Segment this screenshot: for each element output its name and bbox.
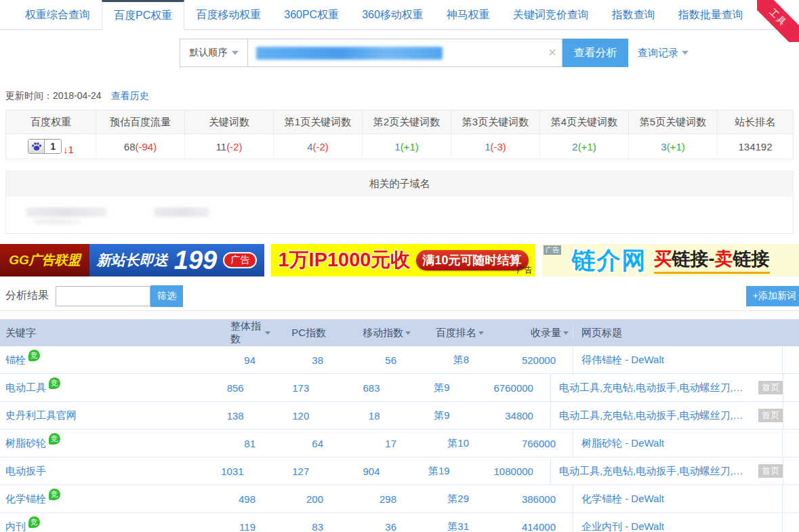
view-history-link[interactable]: 查看历史: [111, 90, 149, 102]
analyze-button[interactable]: 查看分析: [562, 39, 628, 67]
pc-index-cell: 38: [274, 346, 342, 373]
baidu-rank-cell: 第9: [397, 402, 469, 429]
tab-0[interactable]: 权重综合查询: [14, 0, 102, 29]
weight-value: 2: [572, 141, 577, 152]
mobile-index-cell: 36: [342, 513, 413, 532]
weight-value: 3: [661, 141, 666, 152]
weight-cell-0: 68(-94): [96, 134, 185, 159]
row-end-cell: [783, 457, 799, 485]
ad-link-brand: 链介网: [572, 245, 647, 277]
subdomain-redacted-1[interactable]: [26, 207, 106, 217]
page-title-cell: 电动工具,充电钻,电动扳手,电动螺丝刀,手电...首页: [550, 374, 783, 401]
subdomain-redacted-2[interactable]: [154, 207, 209, 217]
keyword-cell: 树脂砂轮竞: [0, 430, 230, 457]
tab-8[interactable]: 指数批量查询: [667, 0, 755, 29]
weight-change: (-94): [136, 141, 157, 152]
keyword-header-4[interactable]: 百度排名: [413, 327, 488, 340]
keyword-link[interactable]: 电动工具: [5, 382, 46, 394]
overall-index-cell: 119: [230, 513, 274, 532]
search-bar: 默认顺序 × 查看分析 查询记录: [180, 39, 799, 67]
analysis-filter-row: 分析结果 筛选 +添加新词: [0, 285, 799, 311]
search-input[interactable]: ×: [247, 39, 562, 67]
page-title-link[interactable]: 电动工具,充电钻,电动扳手,电动螺丝刀,手电...: [559, 409, 753, 422]
weight-header-0: 百度权重: [6, 110, 96, 134]
sort-arrow-icon: [405, 331, 411, 335]
row-end-cell: [782, 513, 799, 532]
weight-cell-4: 1(-3): [451, 134, 540, 159]
overall-index-cell: 856: [220, 374, 262, 401]
page-title-link[interactable]: 电动工具,充电钻,电动扳手,电动螺丝刀,手电...: [559, 382, 753, 394]
keyword-row-4: 电动扳手1031127904第191080000电动工具,充电钻,电动扳手,电动…: [0, 457, 799, 485]
corner-ribbon[interactable]: 工具: [757, 0, 799, 42]
keyword-link[interactable]: 化学锚栓: [5, 493, 46, 506]
page-title-link[interactable]: 得伟锚栓 - DeWalt: [581, 354, 664, 367]
bid-badge-icon: 竞: [49, 489, 60, 500]
pc-index-cell: 83: [274, 513, 342, 532]
ad-banner-link[interactable]: 广告 链介网 买链接-卖链接: [542, 244, 799, 277]
pc-index-cell: 127: [263, 457, 329, 485]
ad-gg-brand: GG广告联盟: [0, 244, 89, 277]
chevron-down-icon: [232, 51, 239, 55]
baidu-rank-cell: 第31: [413, 513, 488, 532]
tab-5[interactable]: 神马权重: [435, 0, 501, 29]
filter-button[interactable]: 筛选: [150, 285, 183, 307]
weight-header-6: 第4页关键词数: [540, 110, 629, 134]
overall-index-cell: 94: [230, 346, 274, 373]
keyword-header-6: 网页标题: [573, 327, 782, 340]
ad-banner-row: GG广告联盟 新站长即送 199 广告 1万IP1000元收 满10元可随时结算…: [0, 244, 799, 277]
keyword-cell: 电动扳手: [0, 457, 220, 485]
keyword-header-3[interactable]: 移动指数: [342, 327, 413, 340]
weight-table-header-row: 百度权重预估百度流量关键词数第1页关键词数第2页关键词数第3页关键词数第4页关键…: [6, 110, 793, 134]
chevron-down-icon: [682, 51, 689, 55]
overall-index-cell: 81: [230, 430, 274, 457]
page-title-link[interactable]: 化学锚栓 - DeWalt: [581, 493, 664, 506]
ad-ip-text: 1万IP1000元收: [278, 247, 410, 274]
add-keyword-button[interactable]: +添加新词: [746, 286, 799, 306]
weight-table: 百度权重预估百度流量关键词数第1页关键词数第2页关键词数第3页关键词数第4页关键…: [5, 110, 794, 159]
weight-value: 1: [485, 141, 490, 152]
bid-badge-icon: 竞: [49, 377, 60, 389]
keyword-header-5[interactable]: 收录量: [488, 327, 573, 340]
query-history-link[interactable]: 查询记录: [638, 39, 689, 67]
keyword-header-1[interactable]: 整体指数: [230, 320, 274, 346]
page-title-link[interactable]: 电动工具,充电钻,电动扳手,电动螺丝刀,手电...: [559, 465, 753, 478]
tab-4[interactable]: 360移动权重: [350, 0, 435, 29]
baidu-rank-cell: 第10: [413, 430, 488, 457]
collected-cell: 520000: [488, 346, 573, 373]
bid-badge-icon: 竞: [49, 433, 60, 445]
mobile-index-cell: 298: [342, 485, 413, 512]
row-end-cell: [782, 430, 799, 457]
keyword-link[interactable]: 树脂砂轮: [5, 437, 46, 450]
homepage-badge: 首页: [758, 381, 783, 394]
clear-icon[interactable]: ×: [548, 45, 556, 60]
keyword-table-header: 关键字整体指数PC指数移动指数百度排名收录量网页标题: [0, 319, 799, 346]
page-title-cell: 树脂砂轮 - DeWalt: [573, 430, 782, 457]
keyword-link[interactable]: 史丹利工具官网: [5, 409, 77, 422]
keyword-cell: 锚栓竞: [0, 346, 230, 373]
weight-cell-5: 2(+1): [540, 134, 629, 159]
tab-3[interactable]: 360PC权重: [272, 0, 350, 29]
page-title-link[interactable]: 企业内刊 - DeWalt: [581, 520, 664, 532]
page-title-cell: 得伟锚栓 - DeWalt: [573, 346, 782, 373]
tab-7[interactable]: 指数查询: [600, 0, 667, 29]
filter-input[interactable]: [56, 286, 150, 306]
tab-2[interactable]: 百度移动权重: [184, 0, 272, 29]
sort-arrow-icon: [265, 331, 270, 335]
keyword-link[interactable]: 锚栓: [5, 354, 26, 367]
weight-change: (-2): [226, 141, 242, 152]
ad-banner-gg[interactable]: GG广告联盟 新站长即送 199 广告: [0, 244, 264, 277]
baidu-weight-badge[interactable]: 1: [28, 139, 62, 154]
keyword-link[interactable]: 电动扳手: [5, 465, 46, 478]
tab-6[interactable]: 关键词竞价查询: [501, 0, 600, 29]
overall-index-cell: 138: [220, 402, 262, 429]
keyword-table-body: 锚栓竞943856第8520000得伟锚栓 - DeWalt电动工具竞85617…: [0, 346, 799, 532]
tab-1[interactable]: 百度PC权重: [102, 0, 184, 30]
ad-banner-ip[interactable]: 1万IP1000元收 满10元可随时结算 广告: [271, 244, 535, 277]
homepage-badge: 首页: [758, 464, 783, 478]
sort-order-select[interactable]: 默认顺序: [180, 39, 247, 67]
keyword-link[interactable]: 内刊: [5, 520, 26, 532]
corner-ribbon-label: 工具: [757, 0, 799, 42]
page-title-link[interactable]: 树脂砂轮 - DeWalt: [581, 437, 664, 450]
page-title-cell: 企业内刊 - DeWalt: [573, 513, 782, 532]
weight-header-7: 第5页关键词数: [629, 110, 718, 134]
